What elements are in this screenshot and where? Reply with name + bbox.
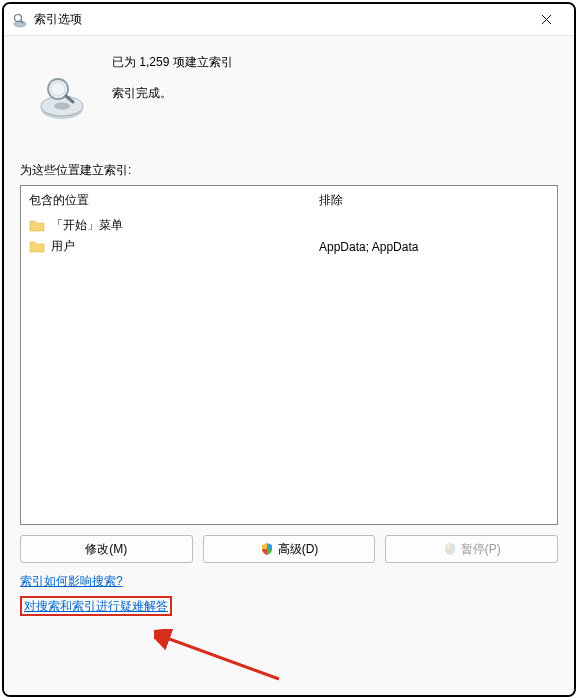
list-item[interactable]: 「开始」菜单 [29, 215, 549, 236]
locations-list: 包含的位置 排除 「开始」菜单 [20, 185, 558, 525]
status-section: 已为 1,259 项建立索引 索引完成。 [20, 50, 558, 122]
modify-button-label: 修改(M) [85, 541, 127, 558]
drive-search-icon [38, 74, 86, 122]
troubleshoot-highlight: 对搜索和索引进行疑难解答 [20, 596, 172, 616]
svg-point-1 [15, 14, 22, 21]
indexed-count: 已为 1,259 项建立索引 [112, 54, 233, 71]
status-text: 已为 1,259 项建立索引 索引完成。 [112, 50, 233, 122]
indexing-options-dialog: 索引选项 已为 1,259 项建立索引 索引完成。 [2, 2, 576, 697]
close-button[interactable] [526, 6, 566, 34]
search-drive-icon [12, 12, 28, 28]
folder-icon [29, 240, 45, 254]
list-item[interactable]: 用户 AppData; AppData [29, 236, 549, 257]
advanced-button[interactable]: 高级(D) [203, 535, 376, 563]
location-label: 用户 [51, 238, 319, 255]
svg-point-7 [54, 103, 70, 110]
how-indexing-affects-link[interactable]: 索引如何影响搜索? [20, 573, 123, 590]
location-exclude: AppData; AppData [319, 240, 549, 254]
links-section: 索引如何影响搜索? 对搜索和索引进行疑难解答 [20, 573, 558, 615]
pause-button: 暂停(P) [385, 535, 558, 563]
modify-button[interactable]: 修改(M) [20, 535, 193, 563]
location-label: 「开始」菜单 [51, 217, 319, 234]
index-status: 索引完成。 [112, 85, 233, 102]
button-row: 修改(M) 高级(D) [20, 535, 558, 563]
pause-button-label: 暂停(P) [461, 541, 501, 558]
window-title: 索引选项 [34, 11, 526, 28]
locations-label: 为这些位置建立索引: [20, 162, 558, 179]
dialog-body: 已为 1,259 项建立索引 索引完成。 为这些位置建立索引: 包含的位置 排除… [4, 36, 574, 695]
titlebar: 索引选项 [4, 4, 574, 36]
column-included[interactable]: 包含的位置 [29, 192, 319, 209]
locations-content: 「开始」菜单 用户 AppData; AppData [21, 215, 557, 524]
svg-point-0 [14, 21, 26, 27]
advanced-button-label: 高级(D) [278, 541, 319, 558]
column-excluded[interactable]: 排除 [319, 192, 549, 209]
shield-icon [443, 542, 457, 556]
locations-header: 包含的位置 排除 [21, 186, 557, 215]
troubleshoot-link[interactable]: 对搜索和索引进行疑难解答 [24, 598, 168, 615]
shield-icon [260, 542, 274, 556]
folder-icon [29, 219, 45, 233]
